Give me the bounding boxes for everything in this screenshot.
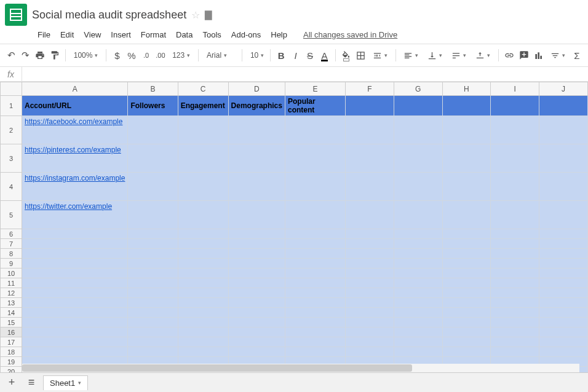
cell[interactable] xyxy=(285,337,345,347)
cell[interactable] xyxy=(491,269,539,278)
col-header-I[interactable]: I xyxy=(491,82,539,96)
cell[interactable] xyxy=(178,347,228,357)
menu-data[interactable]: Data xyxy=(172,28,197,41)
cell[interactable] xyxy=(22,249,128,259)
cell[interactable]: https://facebook.com/example xyxy=(22,116,128,144)
sheets-logo[interactable] xyxy=(5,4,27,26)
cell[interactable] xyxy=(394,259,442,269)
cell[interactable] xyxy=(345,269,394,278)
cell[interactable]: https://twitter.com/example xyxy=(22,201,128,229)
star-icon[interactable]: ☆ xyxy=(191,9,200,21)
cell[interactable] xyxy=(228,308,285,318)
cell[interactable] xyxy=(228,278,285,288)
cell[interactable] xyxy=(345,327,394,337)
link[interactable]: https://facebook.com/example xyxy=(25,117,122,126)
cell[interactable] xyxy=(285,278,345,288)
cell[interactable] xyxy=(285,327,345,337)
save-status[interactable]: All changes saved in Drive xyxy=(299,28,402,41)
spreadsheet-grid[interactable]: A B C D E F G H I J 1 Account/URL Follow… xyxy=(0,82,588,389)
horizontal-scrollbar[interactable] xyxy=(22,364,579,372)
cell[interactable] xyxy=(228,201,285,229)
col-header-F[interactable]: F xyxy=(345,82,394,96)
row-header[interactable]: 4 xyxy=(1,173,22,201)
row-header[interactable]: 16 xyxy=(1,327,22,337)
cell[interactable] xyxy=(178,327,228,337)
cell[interactable] xyxy=(178,116,228,144)
cell[interactable] xyxy=(128,288,178,298)
cell[interactable] xyxy=(285,318,345,327)
cell[interactable] xyxy=(128,337,178,347)
cell[interactable] xyxy=(178,173,228,201)
cell[interactable] xyxy=(442,259,491,269)
cell[interactable] xyxy=(178,337,228,347)
row-header[interactable]: 18 xyxy=(1,347,22,357)
cell[interactable] xyxy=(394,288,442,298)
cell[interactable] xyxy=(539,259,588,269)
cell[interactable] xyxy=(228,298,285,308)
add-sheet-button[interactable]: + xyxy=(4,375,20,391)
cell[interactable] xyxy=(285,347,345,357)
cell[interactable] xyxy=(394,308,442,318)
cell[interactable] xyxy=(491,298,539,308)
cell[interactable] xyxy=(178,318,228,327)
cell[interactable] xyxy=(345,298,394,308)
cell[interactable] xyxy=(128,173,178,201)
format-percent-button[interactable]: % xyxy=(125,48,138,63)
link[interactable]: https://pinterest.com/example xyxy=(25,146,121,154)
cell[interactable]: Engagement xyxy=(178,96,228,116)
cell[interactable] xyxy=(539,278,588,288)
col-header-J[interactable]: J xyxy=(539,82,588,96)
cell[interactable] xyxy=(178,201,228,229)
cell[interactable] xyxy=(228,337,285,347)
cell[interactable] xyxy=(491,288,539,298)
horizontal-align-button[interactable]: ▾ xyxy=(400,48,422,63)
row-header[interactable]: 12 xyxy=(1,288,22,298)
cell[interactable] xyxy=(442,249,491,259)
cell[interactable] xyxy=(539,229,588,239)
cell[interactable] xyxy=(394,298,442,308)
cell[interactable] xyxy=(394,116,442,144)
cell[interactable] xyxy=(228,318,285,327)
cell[interactable] xyxy=(228,347,285,357)
cell[interactable] xyxy=(228,173,285,201)
print-button[interactable] xyxy=(34,48,46,63)
increase-decimal-button[interactable]: .00 xyxy=(154,48,167,63)
cell[interactable] xyxy=(22,239,128,249)
cell[interactable] xyxy=(394,201,442,229)
menu-tools[interactable]: Tools xyxy=(198,28,225,41)
cell[interactable] xyxy=(539,288,588,298)
cell[interactable] xyxy=(128,327,178,337)
cell[interactable] xyxy=(22,327,128,337)
filter-button[interactable]: ▾ xyxy=(547,48,569,63)
cell[interactable] xyxy=(22,308,128,318)
col-header-B[interactable]: B xyxy=(128,82,178,96)
cell[interactable] xyxy=(394,278,442,288)
cell[interactable] xyxy=(442,269,491,278)
cell[interactable] xyxy=(285,201,345,229)
row-header[interactable]: 9 xyxy=(1,259,22,269)
cell[interactable] xyxy=(345,347,394,357)
cell[interactable] xyxy=(345,318,394,327)
strikethrough-button[interactable]: S xyxy=(304,48,316,63)
cell[interactable] xyxy=(178,144,228,173)
cell[interactable] xyxy=(491,318,539,327)
col-header-A[interactable]: A xyxy=(22,82,128,96)
cell[interactable] xyxy=(228,327,285,337)
cell[interactable] xyxy=(22,337,128,347)
cell[interactable] xyxy=(128,347,178,357)
cell[interactable] xyxy=(285,144,345,173)
text-color-button[interactable]: A xyxy=(318,48,330,63)
cell[interactable] xyxy=(128,308,178,318)
row-header[interactable]: 8 xyxy=(1,249,22,259)
menu-file[interactable]: File xyxy=(33,28,55,41)
cell[interactable] xyxy=(345,308,394,318)
cell[interactable] xyxy=(442,96,491,116)
zoom-select[interactable]: 100%▾ xyxy=(70,48,102,63)
cell[interactable] xyxy=(22,347,128,357)
cell[interactable] xyxy=(539,144,588,173)
cell[interactable] xyxy=(491,173,539,201)
row-header[interactable]: 7 xyxy=(1,239,22,249)
cell[interactable] xyxy=(442,318,491,327)
cell[interactable] xyxy=(285,249,345,259)
cell[interactable] xyxy=(394,318,442,327)
